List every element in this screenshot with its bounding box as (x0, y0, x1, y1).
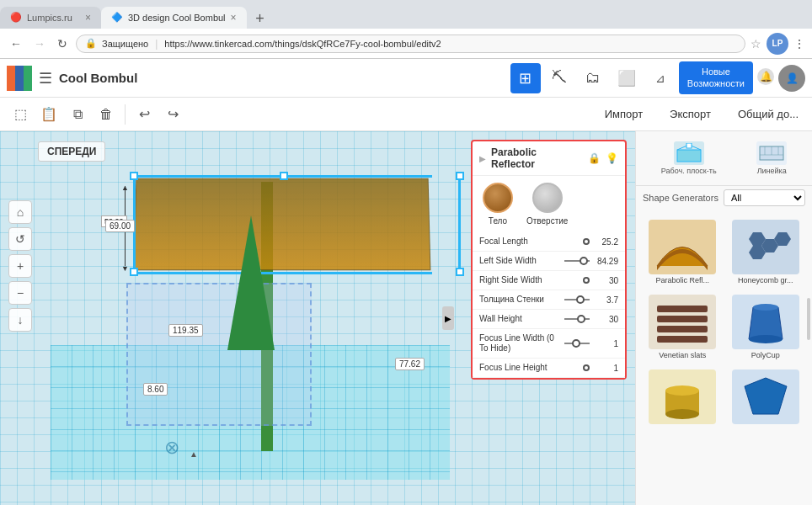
delete-button[interactable]: 🗑 (93, 101, 120, 128)
new-features-button[interactable]: НовыеВозможности (679, 61, 753, 93)
pick-tool-button[interactable]: ⛏ (544, 63, 574, 93)
tab-lumpics[interactable]: 🔴 Lumpics.ru × (0, 7, 101, 29)
logo-e (15, 74, 24, 82)
glass-box (126, 283, 312, 426)
corner-bl[interactable] (130, 268, 138, 276)
right-side-circle[interactable] (583, 277, 590, 284)
focal-length-circle[interactable] (583, 238, 590, 245)
panel-lock-icon[interactable]: 🔒 (588, 152, 601, 164)
wall-height-knob[interactable] (577, 315, 585, 323)
logo-i (15, 66, 24, 74)
app: ☰ Cool Bombul ⊞ ⛏ 🗂 ⬜ ⊿ НовыеВозможности… (0, 59, 812, 505)
browser-menu-button[interactable]: ⋮ (793, 37, 805, 50)
blue-preview (732, 369, 799, 424)
shape-item-honeycomb[interactable]: Honeycomb gr... (726, 216, 806, 288)
home-view-button[interactable]: ⌂ (8, 200, 32, 224)
panel-bulb-icon[interactable]: 💡 (606, 152, 618, 164)
notifications-button[interactable]: 🔔 (756, 67, 775, 88)
hamburger-menu-button[interactable]: ☰ (39, 69, 52, 88)
shapes-button[interactable]: 🗂 (578, 63, 608, 93)
align-button[interactable]: ⊿ (645, 63, 676, 93)
shape-item-venetian[interactable]: Venetian slats (643, 291, 723, 363)
focus-line-height-circle[interactable] (583, 364, 590, 371)
polycup-svg (736, 299, 795, 345)
wall-thickness-knob[interactable] (576, 295, 585, 304)
user-avatar[interactable]: 👤 (778, 65, 805, 92)
shape-item-blue[interactable] (726, 366, 806, 429)
solid-type-button[interactable]: Тело (483, 183, 513, 226)
grid-view-button[interactable]: ⊞ (510, 63, 541, 93)
ruler-button[interactable]: Линейка (753, 138, 790, 178)
main-content: СПЕРЕДИ ⌂ ↺ + − ↓ (0, 131, 812, 505)
sidebar-toggle-button[interactable]: ▶ (442, 306, 454, 330)
tab-close-lumpics[interactable]: × (85, 12, 91, 24)
refresh-button[interactable]: ↻ (54, 35, 71, 52)
hole-type-button[interactable]: Отверстие (526, 183, 568, 226)
undo-button[interactable]: ↩ (131, 101, 158, 128)
left-side-slider[interactable] (564, 260, 590, 262)
focus-line-width-knob[interactable] (572, 339, 580, 348)
shape-item-cylinder[interactable] (643, 366, 723, 429)
logo-c (7, 82, 15, 91)
honeycomb-preview (732, 220, 799, 274)
focal-length-value: 25.2 (593, 237, 618, 247)
wall-thickness-row: Толщина Стенки 3.7 (473, 290, 625, 310)
corner-tm[interactable] (280, 172, 288, 180)
wall-thickness-slider[interactable] (564, 299, 590, 300)
redo-button[interactable]: ↪ (159, 101, 186, 128)
zoom-out-button[interactable]: − (8, 281, 32, 305)
measure-top: ▲ (121, 183, 129, 192)
forward-button[interactable]: → (30, 35, 49, 52)
fit-button[interactable]: ↓ (8, 308, 32, 332)
ruler-label: Линейка (757, 167, 787, 175)
export-button[interactable]: Экспорт (663, 104, 718, 124)
shape-item-parabolic[interactable]: Parabolic Refl... (643, 216, 723, 288)
svg-rect-15 (657, 306, 708, 312)
svg-point-22 (665, 385, 699, 396)
logo-r (24, 74, 32, 82)
corner-tl[interactable] (130, 172, 138, 180)
corner-br[interactable] (456, 268, 464, 276)
tab-tinkercad[interactable]: 🔷 3D design Cool Bombul × (101, 7, 247, 29)
logo-d (24, 82, 32, 91)
tab-bar: 🔴 Lumpics.ru × 🔷 3D design Cool Bombul ×… (0, 0, 812, 29)
zoom-in-button[interactable]: + (8, 254, 32, 278)
shape-generators-header: Shape Generators All (636, 186, 812, 210)
focal-length-label: Focal Length (479, 237, 580, 247)
svg-point-20 (749, 335, 783, 343)
corner-tr[interactable] (456, 172, 464, 180)
share-button[interactable]: Общий до... (731, 104, 805, 124)
workplane-button[interactable]: Рабоч. плоск-ть (658, 138, 720, 178)
focus-line-height-row: Focus Line Height 1 (473, 359, 625, 378)
new-tab-button[interactable]: + (250, 8, 270, 29)
project-name: Cool Bombul (59, 71, 137, 85)
shape-generators-select[interactable]: All (724, 189, 805, 206)
left-side-knob[interactable] (580, 257, 588, 265)
panel-collapse-icon[interactable]: ▶ (479, 154, 486, 163)
shape-item-polycup[interactable]: PolyCup (726, 291, 806, 363)
right-side-value: 30 (593, 276, 618, 285)
zoom-reset-button[interactable]: ↺ (8, 227, 32, 251)
duplicate-button[interactable]: ⧉ (64, 101, 91, 128)
bookmark-button[interactable]: ☆ (751, 37, 761, 50)
svg-rect-2 (677, 150, 701, 162)
back-button[interactable]: ← (7, 35, 25, 52)
profile-button[interactable]: LP (767, 33, 788, 55)
wall-height-slider[interactable] (564, 318, 590, 320)
view-button[interactable]: ⬜ (612, 63, 642, 93)
svg-rect-5 (686, 143, 692, 148)
focus-line-width-slider[interactable] (564, 343, 590, 344)
url-box[interactable]: 🔒 Защищено | https://www.tinkercad.com/t… (76, 35, 745, 53)
import-button[interactable]: Импорт (598, 104, 649, 124)
avatar-icon: 👤 (786, 72, 799, 84)
secure-label: Защищено (102, 39, 148, 49)
copy-button[interactable]: ⬚ (7, 101, 34, 128)
tab-close-tinkercad[interactable]: × (231, 12, 237, 24)
solid-label: Тело (489, 216, 507, 226)
svg-point-19 (753, 304, 778, 311)
logo-k (7, 74, 15, 82)
canvas-area[interactable]: СПЕРЕДИ ⌂ ↺ + − ↓ (0, 131, 635, 505)
svg-marker-24 (745, 378, 787, 414)
scroll-bar[interactable] (807, 298, 810, 340)
paste-button[interactable]: 📋 (35, 101, 62, 128)
